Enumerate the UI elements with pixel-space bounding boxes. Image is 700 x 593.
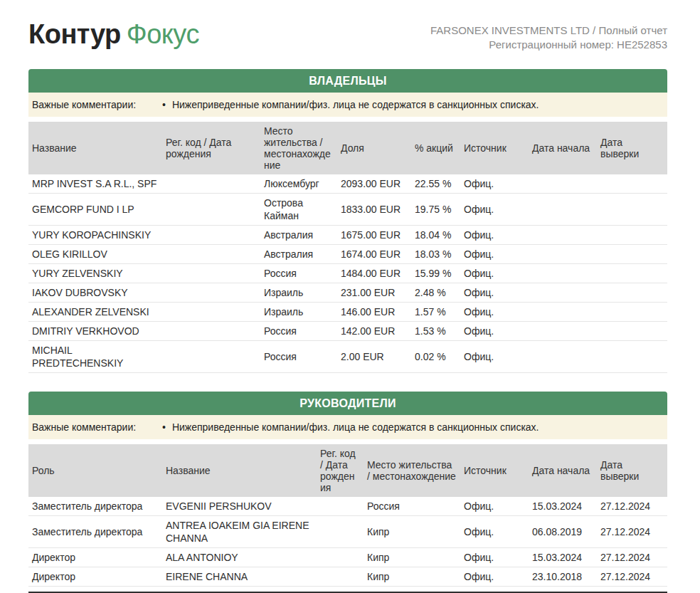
top-bar: КонтурФокус FARSONEX INVESTMENTS LTD / П… <box>0 0 700 52</box>
comment-item: • Нижеприведенные компании/физ. лица не … <box>162 98 539 111</box>
comments-label: Важные комментарии: <box>28 98 162 111</box>
report-meta: FARSONEX INVESTMENTS LTD / Полный отчет … <box>430 19 667 52</box>
cell-source: Офиц. <box>460 174 529 194</box>
cell-location: Россия <box>364 497 460 516</box>
cell-role: Директор <box>28 567 162 587</box>
owners-table-header: Название Рег. код / Дата рождения Место … <box>28 122 667 174</box>
cell-reg-code <box>317 516 364 548</box>
table-row: YURY ZELVENSKIY Россия 1484.00 EUR 15.99… <box>28 264 667 283</box>
cell-verify-date <box>597 226 667 245</box>
cell-location: Австралия <box>260 226 337 245</box>
cell-source: Офиц. <box>460 194 529 226</box>
cell-verify-date <box>597 341 667 373</box>
kontur-focus-logo: КонтурФокус <box>28 19 199 50</box>
column-header-name: Название <box>162 444 317 497</box>
column-header-reg-code: Рег. код / Дата рождения <box>162 122 260 174</box>
cell-share: 142.00 EUR <box>337 322 411 341</box>
cell-reg-code <box>317 497 364 516</box>
table-row: ALEXANDER ZELVENSKI Израиль 146.00 EUR 1… <box>28 303 667 322</box>
cell-source: Офиц. <box>460 516 529 548</box>
cell-verify-date: 27.12.2024 <box>597 567 667 587</box>
cell-percent: 18.04 % <box>411 226 460 245</box>
cell-verify-date: 27.12.2024 <box>597 516 667 548</box>
cell-start-date <box>529 226 597 245</box>
cell-reg-code <box>162 226 260 245</box>
report-content: ВЛАДЕЛЬЦЫ Важные комментарии: • Нижеприв… <box>28 69 667 593</box>
cell-verify-date <box>597 174 667 194</box>
column-header-location: Место жительства / местонахождение <box>260 122 337 174</box>
cell-source: Офиц. <box>460 245 529 264</box>
cell-reg-code <box>162 174 260 194</box>
logo-kontur-text: Контур <box>28 19 121 49</box>
cell-start-date: 15.03.2024 <box>529 497 597 516</box>
table-row: DMITRIY VERKHOVOD Россия 142.00 EUR 1.53… <box>28 322 667 341</box>
cell-start-date <box>529 322 597 341</box>
cell-source: Офиц. <box>460 283 529 303</box>
column-header-start-date: Дата начала <box>529 444 597 497</box>
cell-share: 2.00 EUR <box>337 341 411 373</box>
cell-reg-code <box>162 322 260 341</box>
cell-source: Офиц. <box>460 226 529 245</box>
cell-name: YURY KOROPACHINSKIY <box>28 226 162 245</box>
cell-role: Заместитель директора <box>28 497 162 516</box>
cell-name: DMITRIY VERKHOVOD <box>28 322 162 341</box>
cell-source: Офиц. <box>460 548 529 567</box>
cell-start-date <box>529 303 597 322</box>
managers-table: Роль Название Рег. код / Дата рождения М… <box>28 444 667 593</box>
section-header-managers: РУКОВОДИТЕЛИ <box>28 392 667 415</box>
column-header-role: Роль <box>28 444 162 497</box>
section-header-owners: ВЛАДЕЛЬЦЫ <box>28 69 667 93</box>
cell-start-date <box>529 283 597 303</box>
cell-source: Офиц. <box>460 497 529 516</box>
cell-share: 146.00 EUR <box>337 303 411 322</box>
cell-verify-date <box>597 245 667 264</box>
cell-start-date <box>529 264 597 283</box>
cell-share: 1484.00 EUR <box>337 264 411 283</box>
cell-role: Директор <box>28 548 162 567</box>
header-row: Название Рег. код / Дата рождения Место … <box>28 122 667 174</box>
owners-table: Название Рег. код / Дата рождения Место … <box>28 122 667 373</box>
cell-name: MICHAIL PREDTECHENSKIY <box>28 341 162 373</box>
cell-percent: 1.57 % <box>411 303 460 322</box>
table-row: Заместитель директора EVGENII PERSHUKOV … <box>28 497 667 516</box>
cell-location: Израиль <box>260 303 337 322</box>
cell-name: ANTREA IOAKEIM GIA EIRENE CHANNA <box>162 516 317 548</box>
cell-percent: 15.99 % <box>411 264 460 283</box>
table-row: GEMCORP FUND I LP Острова Кайман 1833.00… <box>28 194 667 226</box>
column-header-reg-code: Рег. код / Дата рождения <box>317 444 364 497</box>
cell-start-date: 15.03.2024 <box>529 548 597 567</box>
cell-reg-code <box>162 264 260 283</box>
table-row: Директор ALA ANTONIOY Кипр Офиц. 15.03.2… <box>28 548 667 567</box>
column-header-source: Источник <box>460 122 529 174</box>
table-row: MICHAIL PREDTECHENSKIY Россия 2.00 EUR 0… <box>28 341 667 373</box>
cell-name: IAKOV DUBROVSKY <box>28 283 162 303</box>
cell-location: Израиль <box>260 283 337 303</box>
managers-comments-row: Важные комментарии: • Нижеприведенные ко… <box>28 415 667 439</box>
cell-name: EVGENII PERSHUKOV <box>162 497 317 516</box>
cell-role: Заместитель директора <box>28 516 162 548</box>
cell-name: YURY ZELVENSKIY <box>28 264 162 283</box>
cell-name: GEMCORP FUND I LP <box>28 194 162 226</box>
cell-percent: 1.53 % <box>411 322 460 341</box>
cell-share: 1674.00 EUR <box>337 245 411 264</box>
cell-reg-code <box>317 567 364 587</box>
column-header-location: Место жительства / местонахождение <box>364 444 460 497</box>
cell-source: Офиц. <box>460 264 529 283</box>
cell-start-date: 23.10.2018 <box>529 567 597 587</box>
cell-location: Кипр <box>364 548 460 567</box>
cell-share: 1675.00 EUR <box>337 226 411 245</box>
table-row: Заместитель директора ANTREA IOAKEIM GIA… <box>28 516 667 548</box>
section-title: РУКОВОДИТЕЛИ <box>299 397 396 410</box>
cell-source: Офиц. <box>460 322 529 341</box>
cell-reg-code <box>162 245 260 264</box>
cell-location: Люксембург <box>260 174 337 194</box>
column-header-share: Доля <box>337 122 411 174</box>
cell-percent: 0.02 % <box>411 341 460 373</box>
cell-reg-code <box>162 341 260 373</box>
column-header-name: Название <box>28 122 162 174</box>
cell-location: Острова Кайман <box>260 194 337 226</box>
bullet-icon: • <box>162 421 166 434</box>
report-registration-number: Регистрационный номер: HE252853 <box>430 38 667 52</box>
bullet-icon: • <box>162 98 166 111</box>
cell-location: Австралия <box>260 245 337 264</box>
